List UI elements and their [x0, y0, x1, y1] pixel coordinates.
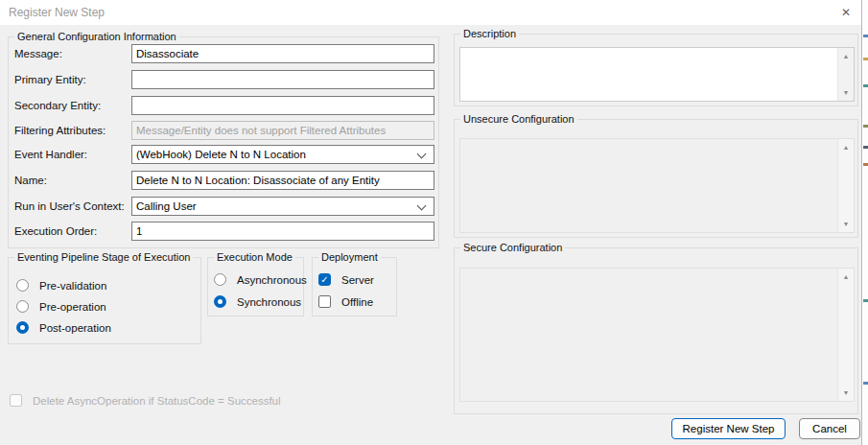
checkbox-icon: ✓ — [318, 273, 331, 286]
vertical-scrollbar[interactable]: ▲ ▼ — [837, 48, 854, 101]
scroll-up-icon[interactable]: ▲ — [838, 49, 854, 63]
titlebar[interactable]: Register New Step ✕ — [0, 0, 861, 25]
name-row: Name: — [9, 171, 438, 190]
radio-label: Asynchronous — [237, 273, 307, 287]
event-handler-combobox[interactable]: (WebHook) Delete N to N Location — [131, 145, 434, 164]
deployment-group: Deployment ✓ Server Offline — [312, 257, 397, 316]
checkbox-delete-asyncoperation: Delete AsyncOperation if StatusCode = Su… — [10, 393, 317, 409]
filtering-attributes-row: Filtering Attributes: Message/Entity doe… — [9, 121, 438, 140]
primary-entity-label: Primary Entity: — [14, 70, 86, 89]
execution-order-row: Execution Order: — [9, 222, 438, 241]
name-input[interactable] — [131, 171, 434, 190]
unsecure-configuration-legend: Unsecure Configuration — [460, 113, 577, 125]
secondary-entity-row: Secondary Entity: — [9, 96, 438, 115]
secondary-entity-label: Secondary Entity: — [14, 96, 101, 115]
secure-configuration-textarea: ▲ ▼ — [459, 268, 855, 402]
screenshot-canvas: Register New Step ✕ General Configuratio… — [0, 0, 868, 445]
run-in-users-context-value: Calling User — [136, 200, 197, 212]
radio-icon — [214, 273, 226, 286]
radio-asynchronous[interactable]: Asynchronous — [214, 272, 302, 288]
vertical-scrollbar: ▲ ▼ — [837, 269, 854, 401]
checkbox-offline[interactable]: Offline — [318, 294, 393, 310]
radio-label: Post-operation — [39, 321, 111, 335]
general-configuration-group: General Configuration Information Messag… — [8, 36, 439, 248]
secure-configuration-group: Secure Configuration ▲ ▼ — [454, 247, 858, 414]
deployment-legend: Deployment — [318, 251, 381, 263]
scroll-up-icon: ▲ — [838, 140, 854, 154]
execution-order-input[interactable] — [131, 222, 434, 241]
event-handler-row: Event Handler: (WebHook) Delete N to N L… — [9, 145, 438, 164]
name-label: Name: — [14, 171, 47, 190]
register-new-step-dialog: Register New Step ✕ General Configuratio… — [0, 0, 862, 445]
cancel-button[interactable]: Cancel — [799, 418, 860, 439]
radio-icon — [214, 295, 226, 308]
primary-entity-row: Primary Entity: — [9, 70, 438, 89]
event-handler-value: (WebHook) Delete N to N Location — [136, 149, 306, 160]
close-icon[interactable]: ✕ — [837, 5, 855, 20]
background-window-edge — [863, 0, 868, 445]
vertical-scrollbar: ▲ ▼ — [837, 139, 854, 232]
filtering-attributes-label: Filtering Attributes: — [14, 121, 106, 140]
checkbox-label: Delete AsyncOperation if StatusCode = Su… — [33, 394, 281, 408]
scroll-up-icon: ▲ — [838, 269, 854, 284]
execution-mode-legend: Execution Mode — [214, 251, 295, 263]
description-legend: Description — [460, 28, 519, 39]
checkbox-server[interactable]: ✓ Server — [318, 272, 393, 288]
primary-entity-input[interactable] — [131, 70, 434, 89]
pipeline-stage-group: Eventing Pipeline Stage of Execution Pre… — [8, 257, 201, 344]
scroll-down-icon[interactable]: ▼ — [838, 85, 854, 100]
run-in-users-context-row: Run in User's Context: Calling User — [9, 197, 438, 216]
radio-post-operation[interactable]: Post-operation — [16, 320, 189, 336]
scroll-down-icon: ▼ — [838, 217, 854, 231]
scroll-down-icon: ▼ — [838, 386, 854, 400]
general-configuration-legend: General Configuration Information — [14, 31, 179, 42]
radio-label: Pre-validation — [39, 279, 106, 293]
radio-icon — [16, 321, 29, 334]
radio-pre-validation[interactable]: Pre-validation — [16, 278, 189, 293]
execution-mode-group: Execution Mode Asynchronous Synchronous — [207, 257, 304, 316]
unsecure-configuration-textarea: ▲ ▼ — [459, 138, 855, 233]
register-new-step-button[interactable]: Register New Step — [671, 418, 786, 439]
checkbox-label: Offline — [341, 295, 373, 309]
radio-label: Synchronous — [237, 295, 301, 309]
description-textarea[interactable]: ▲ ▼ — [459, 47, 855, 102]
message-label: Message: — [14, 44, 62, 63]
radio-synchronous[interactable]: Synchronous — [214, 294, 302, 310]
chevron-down-icon — [417, 201, 427, 211]
filtering-attributes-field: Message/Entity does not support Filtered… — [131, 121, 434, 140]
description-group: Description ▲ ▼ — [454, 34, 858, 106]
secondary-entity-input[interactable] — [131, 96, 434, 115]
pipeline-stage-legend: Eventing Pipeline Stage of Execution — [14, 251, 193, 263]
radio-icon — [16, 300, 29, 313]
secure-configuration-legend: Secure Configuration — [460, 242, 565, 253]
message-row: Message: — [9, 44, 438, 63]
message-input[interactable] — [131, 44, 434, 63]
run-in-users-context-label: Run in User's Context: — [14, 197, 125, 216]
checkbox-icon — [10, 394, 22, 407]
chevron-down-icon — [417, 150, 427, 159]
event-handler-label: Event Handler: — [14, 145, 87, 164]
checkbox-label: Server — [341, 273, 374, 287]
execution-order-label: Execution Order: — [14, 222, 97, 241]
dialog-title: Register New Step — [9, 6, 105, 19]
run-in-users-context-combobox[interactable]: Calling User — [131, 197, 434, 216]
checkbox-icon — [318, 295, 331, 308]
unsecure-configuration-group: Unsecure Configuration ▲ ▼ — [454, 119, 858, 238]
radio-icon — [16, 279, 29, 292]
radio-pre-operation[interactable]: Pre-operation — [16, 299, 189, 315]
radio-label: Pre-operation — [39, 300, 106, 314]
